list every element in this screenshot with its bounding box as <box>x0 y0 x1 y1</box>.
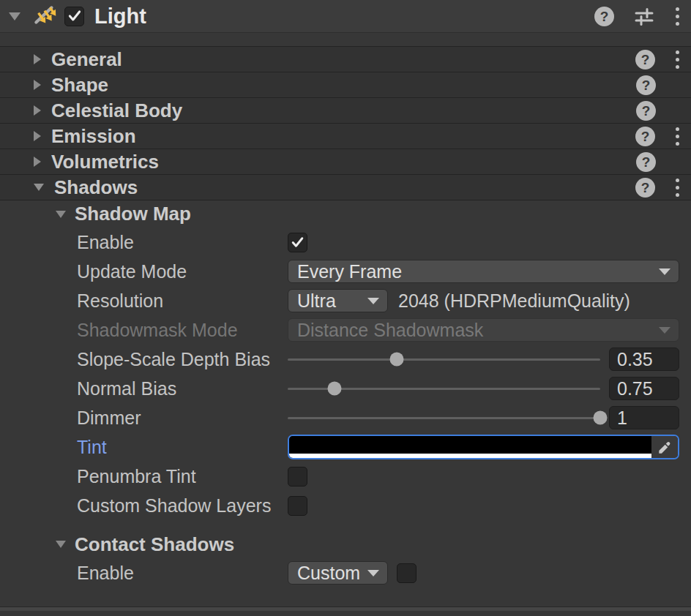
subsection-title: Shadow Map <box>75 203 191 225</box>
row-dimmer: Dimmer 1 <box>0 403 691 432</box>
tint-color-field[interactable] <box>288 435 679 459</box>
chevron-down-icon <box>659 327 671 334</box>
help-icon[interactable]: ? <box>635 178 655 198</box>
slider-knob[interactable] <box>328 382 342 396</box>
contact-shadows-enable-checkbox[interactable] <box>397 563 417 583</box>
row-enable: Enable <box>0 228 691 257</box>
help-icon[interactable]: ? <box>636 101 656 121</box>
section-label: Shape <box>51 74 108 97</box>
row-resolution: Resolution Ultra 2048 (HDRPMediumQuality… <box>0 286 691 315</box>
field-label: Penumbra Tint <box>77 466 196 487</box>
resolution-info: 2048 (HDRPMediumQuality) <box>398 290 630 312</box>
kebab-menu-icon[interactable] <box>673 4 682 29</box>
kebab-menu-icon[interactable] <box>673 124 682 149</box>
row-shadowmask-mode: Shadowmask Mode Distance Shadowmask <box>0 315 691 345</box>
slope-bias-slider[interactable] <box>288 352 600 367</box>
dimmer-slider[interactable] <box>288 410 600 425</box>
dimmer-value-field[interactable]: 1 <box>609 406 679 429</box>
slider-track[interactable] <box>288 358 600 361</box>
field-label: Normal Bias <box>77 378 176 399</box>
field-label: Slope-Scale Depth Bias <box>77 349 270 370</box>
section-emission[interactable]: Emission ? <box>0 124 691 149</box>
resolution-dropdown[interactable]: Ultra <box>288 289 388 312</box>
help-icon[interactable]: ? <box>636 75 656 95</box>
enable-checkbox[interactable] <box>288 233 307 252</box>
chevron-down-icon <box>659 268 671 275</box>
light-inspector-panel: Light ? General ? <box>0 0 691 616</box>
slope-bias-value-field[interactable]: 0.35 <box>609 348 679 371</box>
row-penumbra-tint: Penumbra Tint <box>0 462 691 491</box>
tint-swatch[interactable] <box>289 436 651 458</box>
foldout-collapsed-icon <box>34 131 41 141</box>
dropdown-value: Ultra <box>297 290 336 312</box>
field-label: Tint <box>77 437 107 458</box>
section-general[interactable]: General ? <box>0 47 691 72</box>
slider-track[interactable] <box>288 417 600 419</box>
header-gap <box>0 33 691 46</box>
section-label: General <box>51 48 122 71</box>
section-label: Volumetrics <box>51 151 159 173</box>
foldout-collapsed-icon <box>34 80 41 90</box>
row-normal-bias: Normal Bias 0.75 <box>0 374 691 403</box>
row-contact-shadows-enable: Enable Custom <box>0 558 691 587</box>
contact-shadows-subheader[interactable]: Contact Shadows <box>0 530 691 558</box>
chevron-down-icon <box>367 298 379 304</box>
component-enabled-checkbox[interactable] <box>64 7 84 26</box>
component-title: Light <box>94 4 146 29</box>
penumbra-tint-checkbox[interactable] <box>288 467 307 487</box>
foldout-collapsed-icon <box>34 105 41 116</box>
field-label: Dimmer <box>77 407 141 429</box>
row-update-mode: Update Mode Every Frame <box>0 257 691 286</box>
foldout-expanded-icon <box>56 541 66 548</box>
section-shadows[interactable]: Shadows ? <box>0 175 691 200</box>
row-slope-scale-depth-bias: Slope-Scale Depth Bias 0.35 <box>0 345 691 374</box>
help-icon[interactable]: ? <box>635 50 655 70</box>
custom-shadow-layers-checkbox[interactable] <box>288 496 307 516</box>
field-label: Shadowmask Mode <box>77 320 238 341</box>
field-label: Custom Shadow Layers <box>77 495 271 517</box>
kebab-menu-icon[interactable] <box>673 176 682 200</box>
subsection-title: Contact Shadows <box>75 533 234 556</box>
directional-light-icon <box>31 2 59 30</box>
dropdown-value: Custom <box>297 563 360 584</box>
eyedropper-icon[interactable] <box>651 436 678 458</box>
field-label: Enable <box>77 563 134 584</box>
field-label: Resolution <box>77 290 163 312</box>
shadowmask-mode-dropdown: Distance Shadowmask <box>288 318 679 342</box>
shadows-content: Shadow Map Enable Update Mode Every Fram… <box>0 200 691 606</box>
presets-icon[interactable] <box>633 6 655 28</box>
dropdown-value: Distance Shadowmask <box>297 320 483 341</box>
section-celestial-body[interactable]: Celestial Body ? <box>0 98 691 124</box>
section-label: Shadows <box>54 176 138 199</box>
kebab-menu-icon[interactable] <box>673 48 682 72</box>
contact-shadows-enable-dropdown[interactable]: Custom <box>288 561 388 585</box>
spacer <box>0 587 691 606</box>
row-tint: Tint <box>0 432 691 462</box>
panel-bottom-divider <box>0 606 691 611</box>
field-label: Update Mode <box>77 261 187 282</box>
section-label: Celestial Body <box>51 99 182 122</box>
slider-knob[interactable] <box>594 411 608 425</box>
row-custom-shadow-layers: Custom Shadow Layers <box>0 491 691 520</box>
normal-bias-slider[interactable] <box>288 381 600 396</box>
foldout-collapsed-icon <box>34 54 41 64</box>
foldout-collapsed-icon <box>34 157 41 167</box>
section-list: General ? Shape ? Celestial Body ? Emiss… <box>0 46 691 200</box>
slider-knob[interactable] <box>390 353 404 367</box>
section-shape[interactable]: Shape ? <box>0 72 691 98</box>
field-label: Enable <box>77 232 134 253</box>
section-label: Emission <box>51 125 136 148</box>
dropdown-value: Every Frame <box>297 261 402 282</box>
shadow-map-subheader[interactable]: Shadow Map <box>0 200 691 228</box>
component-foldout-icon[interactable] <box>9 12 20 20</box>
help-icon[interactable]: ? <box>635 127 655 146</box>
normal-bias-value-field[interactable]: 0.75 <box>609 377 679 400</box>
chevron-down-icon <box>367 570 379 576</box>
foldout-expanded-icon <box>34 184 44 191</box>
foldout-expanded-icon <box>56 211 66 218</box>
update-mode-dropdown[interactable]: Every Frame <box>288 260 679 283</box>
help-icon[interactable]: ? <box>636 152 656 172</box>
component-header[interactable]: Light ? <box>0 0 691 33</box>
section-volumetrics[interactable]: Volumetrics ? <box>0 149 691 175</box>
help-icon[interactable]: ? <box>594 7 614 26</box>
